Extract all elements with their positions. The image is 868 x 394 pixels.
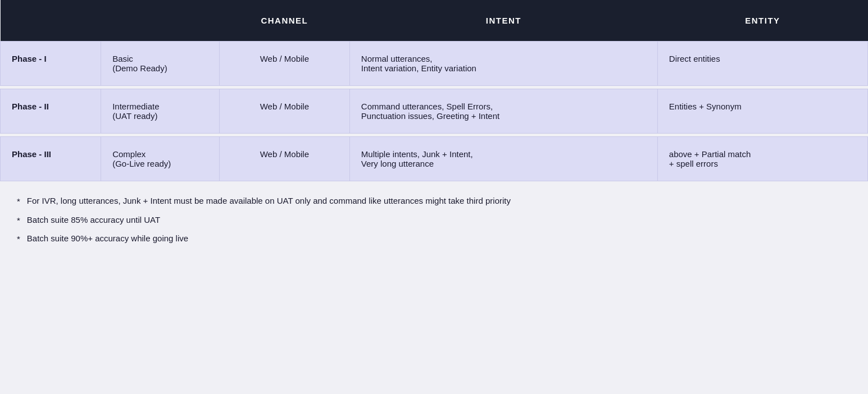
footnote-star: * xyxy=(17,195,20,208)
footnote-text: Batch suite 85% accuracy until UAT xyxy=(27,214,851,227)
intent-value: Command utterances, Spell Errors, Punctu… xyxy=(349,89,657,134)
header-entity: ENTITY xyxy=(657,0,867,42)
table-row: Phase - IBasic (Demo Ready)Web / MobileN… xyxy=(1,42,868,86)
header-channel: CHANNEL xyxy=(219,0,349,42)
footnotes-section: *For IVR, long utterances, Junk + Intent… xyxy=(0,181,868,263)
entity-value: above + Partial match + spell errors xyxy=(657,137,867,181)
entity-value: Entities + Synonym xyxy=(657,89,867,134)
channel-value: Web / Mobile xyxy=(219,89,349,134)
table-row: Phase - IIIComplex (Go-Live ready)Web / … xyxy=(1,137,868,181)
footnote-star: * xyxy=(17,214,20,227)
footnote-item: *Batch suite 90%+ accuracy while going l… xyxy=(17,232,851,246)
footnote-item: *Batch suite 85% accuracy until UAT xyxy=(17,214,851,227)
header-phase-empty xyxy=(1,0,101,42)
phase-label: Phase - I xyxy=(1,42,101,86)
phase-label: Phase - III xyxy=(1,137,101,181)
main-container: CHANNEL INTENT ENTITY Phase - IBasic (De… xyxy=(0,0,868,263)
table-header-row: CHANNEL INTENT ENTITY xyxy=(1,0,868,42)
header-name-empty xyxy=(101,0,220,42)
channel-value: Web / Mobile xyxy=(219,137,349,181)
footnote-text: Batch suite 90%+ accuracy while going li… xyxy=(27,232,851,245)
entity-value: Direct entities xyxy=(657,42,867,86)
footnote-text: For IVR, long utterances, Junk + Intent … xyxy=(27,195,851,208)
intent-value: Multiple intents, Junk + Intent, Very lo… xyxy=(349,137,657,181)
footnote-item: *For IVR, long utterances, Junk + Intent… xyxy=(17,195,851,208)
phase-name: Basic (Demo Ready) xyxy=(101,42,220,86)
phases-table: CHANNEL INTENT ENTITY Phase - IBasic (De… xyxy=(0,0,868,181)
header-intent: INTENT xyxy=(349,0,657,42)
phase-label: Phase - II xyxy=(1,89,101,134)
phase-name: Complex (Go-Live ready) xyxy=(101,137,220,181)
phase-name: Intermediate (UAT ready) xyxy=(101,89,220,134)
intent-value: Normal utterances, Intent variation, Ent… xyxy=(349,42,657,86)
footnote-star: * xyxy=(17,232,20,246)
channel-value: Web / Mobile xyxy=(219,42,349,86)
table-row: Phase - IIIntermediate (UAT ready)Web / … xyxy=(1,89,868,134)
